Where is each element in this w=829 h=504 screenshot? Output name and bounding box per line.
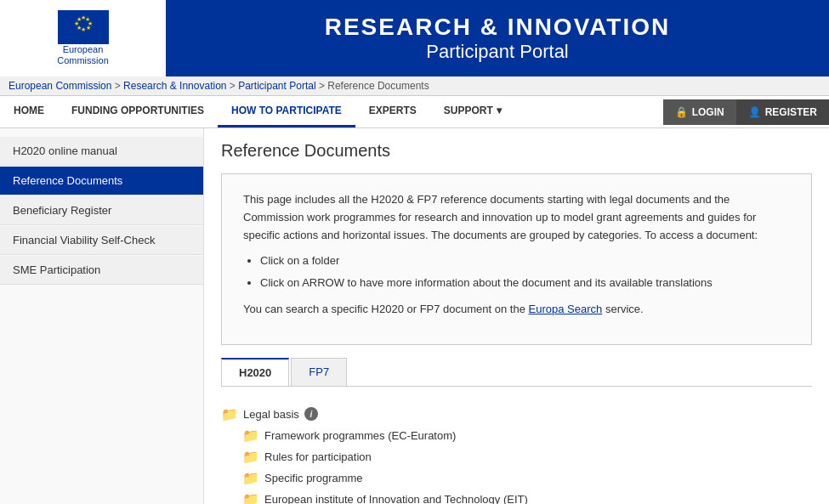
svg-text:★: ★ [81, 26, 86, 32]
site-title: RESEARCH & INNOVATION [325, 14, 671, 41]
info-bullet-1: Click on a folder [260, 252, 790, 270]
page-title: Reference Documents [221, 141, 812, 161]
folder-label: European institute of Innovation and Tec… [264, 493, 528, 504]
info-box: This page includes all the H2020 & FP7 r… [221, 173, 812, 345]
document-tabs: H2020 FP7 [221, 358, 812, 387]
folder-icon: 📁 [242, 491, 259, 504]
folder-label: Rules for participation [264, 450, 372, 463]
user-icon: 👤 [748, 106, 761, 118]
tab-h2020[interactable]: H2020 [221, 358, 289, 386]
folder-framework[interactable]: 📁 Framework programmes (EC-Euratom) [221, 425, 812, 446]
svg-text:★: ★ [85, 25, 90, 31]
nav-funding[interactable]: FUNDING OPPORTUNITIES [58, 96, 218, 127]
header: ★ ★ ★ ★ ★ ★ ★ ★ European Commission RESE… [0, 0, 829, 76]
register-button[interactable]: 👤 REGISTER [736, 99, 829, 125]
folder-label: Framework programmes (EC-Euratom) [264, 429, 456, 442]
search-prefix: You can search a specific H2020 or FP7 d… [243, 303, 529, 315]
login-button[interactable]: 🔒 LOGIN [663, 99, 736, 125]
info-bullet-2: Click on ARROW to have more information … [260, 275, 790, 292]
header-title-area: RESEARCH & INNOVATION Participant Portal [166, 14, 829, 63]
sidebar-item-h2020[interactable]: H2020 online manual [0, 137, 203, 166]
nav-items: HOME FUNDING OPPORTUNITIES HOW TO PARTIC… [0, 96, 663, 127]
search-info: You can search a specific H2020 or FP7 d… [243, 301, 790, 319]
breadcrumb: European Commission > Research & Innovat… [0, 76, 829, 96]
nav-support[interactable]: SUPPORT ▾ [430, 96, 515, 127]
sidebar-item-financial[interactable]: Financial Viability Self-Check [0, 226, 203, 255]
search-suffix: service. [602, 303, 643, 315]
nav-home[interactable]: HOME [0, 96, 58, 127]
folder-eit[interactable]: 📁 European institute of Innovation and T… [221, 489, 812, 504]
breadcrumb-pp[interactable]: Participant Portal [238, 80, 315, 92]
sidebar: H2020 online manual Reference Documents … [0, 128, 204, 504]
europa-search-link[interactable]: Europa Search [529, 303, 603, 315]
folder-label: Specific programme [264, 472, 363, 484]
info-description: This page includes all the H2020 & FP7 r… [243, 191, 790, 244]
breadcrumb-ec[interactable]: European Commission [9, 80, 111, 92]
folder-tree: 📁 Legal basis i 📁 Framework programmes (… [221, 399, 812, 504]
site-subtitle: Participant Portal [426, 41, 569, 63]
folder-specific[interactable]: 📁 Specific programme [221, 467, 812, 489]
ec-label: European Commission [57, 44, 109, 66]
info-list: Click on a folder Click on ARROW to have… [260, 252, 790, 292]
ec-logo: ★ ★ ★ ★ ★ ★ ★ ★ European Commission [0, 0, 166, 76]
eu-flag-icon: ★ ★ ★ ★ ★ ★ ★ ★ [58, 10, 109, 44]
lock-icon: 🔒 [675, 106, 688, 118]
sidebar-item-sme[interactable]: SME Participation [0, 256, 203, 285]
chevron-down-icon: ▾ [497, 105, 502, 116]
main-content: Reference Documents This page includes a… [204, 128, 829, 504]
nav-auth: 🔒 LOGIN 👤 REGISTER [663, 99, 829, 125]
folder-legal-basis[interactable]: 📁 Legal basis i [221, 404, 812, 425]
folder-icon: 📁 [242, 470, 259, 486]
folder-rules[interactable]: 📁 Rules for participation [221, 446, 812, 467]
folder-icon: 📁 [242, 449, 259, 465]
info-icon[interactable]: i [304, 407, 318, 421]
nav-experts[interactable]: EXPERTS [355, 96, 430, 127]
tab-fp7[interactable]: FP7 [291, 358, 347, 386]
breadcrumb-current: Reference Documents [327, 80, 429, 92]
sidebar-item-ref-docs[interactable]: Reference Documents [0, 167, 203, 195]
sidebar-item-beneficiary[interactable]: Beneficiary Register [0, 196, 203, 225]
nav-how-to[interactable]: HOW TO PARTICIPATE [218, 96, 355, 127]
folder-label: Legal basis [243, 408, 299, 421]
svg-text:★: ★ [76, 16, 81, 22]
breadcrumb-ri[interactable]: Research & Innovation [123, 80, 226, 92]
folder-icon: 📁 [242, 428, 259, 444]
page-layout: H2020 online manual Reference Documents … [0, 128, 829, 504]
folder-icon: 📁 [221, 406, 238, 422]
main-nav: HOME FUNDING OPPORTUNITIES HOW TO PARTIC… [0, 96, 829, 128]
